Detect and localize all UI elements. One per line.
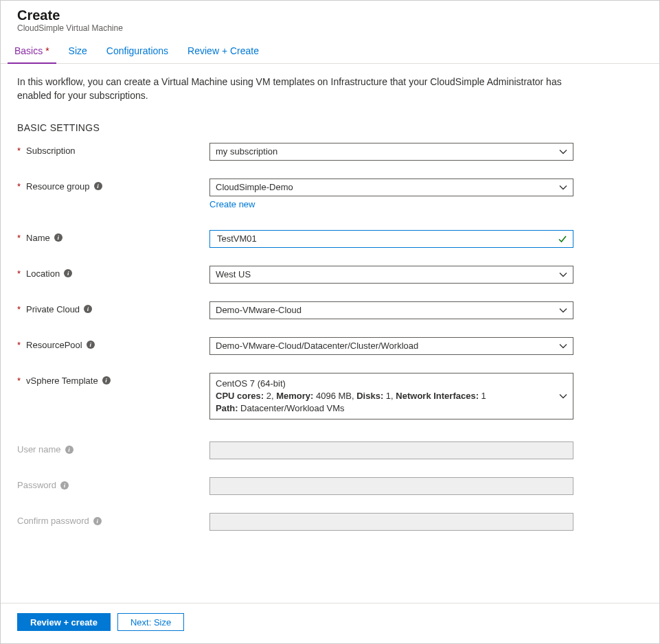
- row-location: * Location i West US: [17, 266, 643, 284]
- name-input-wrapper: [209, 230, 573, 248]
- check-icon: [558, 234, 567, 244]
- info-icon[interactable]: i: [87, 341, 95, 349]
- label-name: * Name i: [17, 230, 209, 243]
- chevron-down-icon: [559, 183, 567, 192]
- subscription-value: my subscription: [216, 146, 277, 157]
- footer: Review + create Next: Size: [1, 603, 659, 643]
- section-title: BASIC SETTINGS: [17, 122, 643, 133]
- label-location: * Location i: [17, 266, 209, 279]
- tab-configurations[interactable]: Configurations: [97, 38, 178, 63]
- row-private-cloud: * Private Cloud i Demo-VMware-Cloud: [17, 301, 643, 319]
- info-icon[interactable]: i: [102, 376, 111, 384]
- chevron-down-icon: [559, 342, 567, 350]
- row-vsphere-template: * vSphere Template i CentOS 7 (64-bit) C…: [17, 373, 643, 420]
- label-subscription: * Subscription: [17, 143, 209, 156]
- location-select[interactable]: West US: [209, 266, 573, 284]
- info-icon[interactable]: i: [65, 446, 73, 454]
- template-path: Path: Datacenter/Workload VMs: [216, 402, 554, 415]
- create-vm-form: Create CloudSimple Virtual Machine Basic…: [0, 0, 660, 644]
- private-cloud-value: Demo-VMware-Cloud: [216, 305, 301, 315]
- label-resource-pool: * ResourcePool i: [17, 337, 209, 350]
- chevron-down-icon: [559, 271, 567, 279]
- tab-review[interactable]: Review + Create: [178, 38, 269, 63]
- row-confirm-password: Confirm password i: [17, 513, 643, 531]
- row-resource-pool: * ResourcePool i Demo-VMware-Cloud/Datac…: [17, 337, 643, 355]
- label-resource-group: * Resource group i: [17, 179, 209, 192]
- info-icon[interactable]: i: [84, 305, 92, 313]
- tab-size[interactable]: Size: [59, 38, 97, 63]
- label-vsphere-template: * vSphere Template i: [17, 373, 209, 386]
- label-private-cloud: * Private Cloud i: [17, 301, 209, 314]
- chevron-down-icon: [559, 148, 567, 156]
- info-icon[interactable]: i: [54, 233, 62, 242]
- info-icon[interactable]: i: [60, 481, 69, 490]
- info-icon[interactable]: i: [94, 182, 102, 190]
- password-input: [209, 477, 573, 495]
- header: Create CloudSimple Virtual Machine: [1, 1, 659, 38]
- confirm-password-input: [209, 513, 573, 531]
- row-subscription: * Subscription my subscription: [17, 143, 643, 161]
- template-specs: CPU cores: 2, Memory: 4096 MB, Disks: 1,…: [216, 390, 554, 402]
- page-subtitle: CloudSimple Virtual Machine: [17, 23, 643, 33]
- subscription-select[interactable]: my subscription: [209, 143, 573, 161]
- row-name: * Name i: [17, 230, 643, 248]
- info-icon[interactable]: i: [93, 517, 102, 525]
- label-username: User name i: [17, 441, 209, 455]
- info-icon[interactable]: i: [64, 269, 72, 277]
- tab-basics[interactable]: Basics *: [5, 38, 59, 63]
- chevron-down-icon: [559, 392, 567, 400]
- private-cloud-select[interactable]: Demo-VMware-Cloud: [209, 301, 573, 319]
- resource-group-select[interactable]: CloudSimple-Demo: [209, 179, 573, 196]
- row-password: Password i: [17, 477, 643, 495]
- page-title: Create: [17, 8, 643, 23]
- location-value: West US: [216, 269, 251, 279]
- label-confirm-password: Confirm password i: [17, 513, 209, 526]
- chevron-down-icon: [559, 306, 567, 314]
- resource-pool-select[interactable]: Demo-VMware-Cloud/Datacenter/Cluster/Wor…: [209, 337, 573, 355]
- create-new-link[interactable]: Create new: [209, 199, 255, 209]
- name-input[interactable]: [216, 233, 558, 244]
- review-create-button[interactable]: Review + create: [17, 613, 111, 631]
- vsphere-template-select[interactable]: CentOS 7 (64-bit) CPU cores: 2, Memory: …: [209, 373, 573, 420]
- row-resource-group: * Resource group i CloudSimple-Demo Crea…: [17, 179, 643, 209]
- content: In this workflow, you can create a Virtu…: [1, 64, 659, 603]
- resource-group-value: CloudSimple-Demo: [216, 182, 293, 192]
- username-input: [209, 441, 573, 459]
- row-username: User name i: [17, 441, 643, 459]
- tabs: Basics * Size Configurations Review + Cr…: [1, 38, 659, 64]
- label-password: Password i: [17, 477, 209, 490]
- next-size-button[interactable]: Next: Size: [117, 613, 184, 631]
- resource-pool-value: Demo-VMware-Cloud/Datacenter/Cluster/Wor…: [216, 341, 418, 351]
- template-name: CentOS 7 (64-bit): [216, 378, 554, 390]
- intro-text: In this workflow, you can create a Virtu…: [17, 75, 580, 103]
